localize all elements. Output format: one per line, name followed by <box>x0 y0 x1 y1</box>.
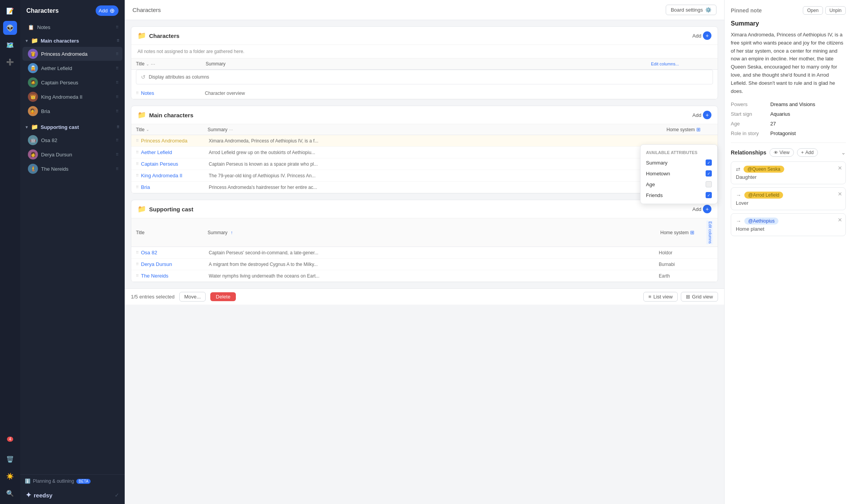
row-title-bria[interactable]: Bria <box>141 184 209 190</box>
open-button[interactable]: Open <box>803 6 823 15</box>
sidebar-title: Characters <box>26 7 59 14</box>
unpin-button[interactable]: Unpin <box>825 6 846 15</box>
list-view-button[interactable]: ≡ List view <box>643 292 677 302</box>
sidebar-item-aether-lefield[interactable]: 🧝 Aether Lefield ⠿ <box>22 61 122 75</box>
row-title-ka[interactable]: King Andromeda II <box>141 173 209 178</box>
row-title-al[interactable]: Aether Lefield <box>141 149 209 155</box>
move-button[interactable]: Move... <box>179 292 206 302</box>
sidebar-item-derya[interactable]: 👩 Derya Dursun ⠿ <box>22 147 122 161</box>
close-arrod-button[interactable]: ✕ <box>838 191 842 197</box>
dropdown-item-age[interactable]: Age <box>641 179 717 190</box>
row-title-pa[interactable]: Princess Andromeda <box>141 138 209 144</box>
row-title-derya[interactable]: Derya Dursun <box>141 261 209 267</box>
gear-icon: ⚙️ <box>705 7 711 13</box>
grid-icon[interactable]: ⊞ <box>696 127 701 132</box>
supporting-cast-add-button[interactable]: Add + <box>692 205 711 213</box>
sidebar-bottom: ℹ️ Planning & outlining BETA <box>20 474 125 488</box>
relationships-header: Relationships 👁 View + Add ⌄ <box>731 148 846 157</box>
board-settings-button[interactable]: Board settings ⚙️ <box>666 5 716 15</box>
panel-buttons: Open Unpin <box>803 6 846 15</box>
more-icon[interactable]: ··· <box>151 61 162 67</box>
grid-icon-bottom: ⊞ <box>686 294 690 300</box>
row-title-cp[interactable]: Captain Perseus <box>141 161 209 167</box>
display-attr-btn[interactable]: ↺ Display attributes as columns <box>136 72 713 82</box>
sidebar-add-button[interactable]: Add ⊕ <box>96 5 119 16</box>
row-home-derya: Burnabi <box>659 262 713 267</box>
row-handle-cp[interactable]: ⠿ <box>136 162 139 166</box>
row-summary-notes: Character overview <box>205 91 713 96</box>
chevron-down-icon: ▼ <box>25 39 29 43</box>
rel-tag-seska[interactable]: @Queen Seska <box>744 166 784 173</box>
row-title-nereids[interactable]: The Nereids <box>141 273 209 279</box>
notes-icon[interactable]: 📝 <box>3 4 17 18</box>
characters-icon[interactable]: 👽 <box>3 21 17 35</box>
main-characters-add-button[interactable]: Add + <box>692 111 711 119</box>
rel-card-arrod-lefield: → @Arrod Lefield ✕ Lover <box>731 187 846 210</box>
row-drag-handle[interactable]: ⠿ <box>136 91 139 95</box>
table-row-princess-andromeda: ⠿ Princess Andromeda Ximara Andromeda, P… <box>131 135 718 147</box>
sort-asc-icon[interactable]: ↑ <box>230 230 233 235</box>
sidebar-item-nereids[interactable]: 🧜 The Nereids ⠿ <box>22 162 122 176</box>
main-characters-folder[interactable]: ▼ 📁 Main characters ⠿ <box>22 35 123 46</box>
row-handle-ka[interactable]: ⠿ <box>136 173 139 178</box>
delete-button[interactable]: Delete <box>210 292 236 301</box>
planning-label: ℹ️ Planning & outlining BETA <box>25 478 91 484</box>
row-title-osa[interactable]: Osa 82 <box>141 250 209 255</box>
checkbox-friends[interactable]: ✓ <box>706 192 712 198</box>
icon-bar: 📝 👽 🗺️ ➕ 4 🗑️ ☀️ 🔍 <box>0 0 20 504</box>
add-icon[interactable]: ➕ <box>3 55 17 69</box>
dropdown-item-summary[interactable]: Summary ✓ <box>641 157 717 168</box>
badge-icon[interactable]: 4 <box>3 432 17 446</box>
edit-columns-strip[interactable]: Edit columns <box>707 221 713 244</box>
checkbox-hometown[interactable]: ✓ <box>706 170 712 177</box>
sort-down-icon[interactable]: ⌄ <box>146 127 149 132</box>
row-handle-derya[interactable]: ⠿ <box>136 262 139 266</box>
close-seska-button[interactable]: ✕ <box>838 165 842 171</box>
edit-columns-btn[interactable]: Edit columns... <box>651 62 679 66</box>
view-relationships-button[interactable]: 👁 View <box>770 148 794 157</box>
panel-attributes: Powers Dreams and Visions Start sign Aqu… <box>731 101 846 136</box>
folder-icon: 📁 <box>31 37 38 44</box>
row-handle-al[interactable]: ⠿ <box>136 150 139 154</box>
checkbox-summary[interactable]: ✓ <box>706 159 712 166</box>
supporting-cast-folder[interactable]: ▼ 📁 Supporting cast ⠿ <box>22 122 123 132</box>
edit-columns-dropdown: ↺ Display attributes as columns <box>136 70 713 84</box>
avatar-nereids: 🧜 <box>28 164 38 174</box>
row-handle-pa[interactable]: ⠿ <box>136 139 139 143</box>
main-characters-items: 👸 Princess Andromeda ⠿ 🧝 Aether Lefield … <box>20 46 125 118</box>
sidebar-item-captain-perseus[interactable]: 🧔 Captain Perseus ⠿ <box>22 75 122 89</box>
add-relationship-button[interactable]: + Add <box>797 148 818 157</box>
expand-relationships-button[interactable]: ⌄ <box>841 149 846 156</box>
more-cols-icon[interactable]: ··· <box>229 127 233 132</box>
main-characters-card-header: 📁 Main characters Add + <box>131 106 718 124</box>
dropdown-item-friends[interactable]: Friends ✓ <box>641 190 717 201</box>
grid-icon-cast[interactable]: ⊞ <box>690 230 694 235</box>
row-handle-nereids[interactable]: ⠿ <box>136 274 139 278</box>
folder-icon-cast: 📁 <box>137 205 146 213</box>
sidebar-item-bria[interactable]: 💇 Bria ⠿ <box>22 104 122 118</box>
row-handle-osa[interactable]: ⠿ <box>136 250 139 255</box>
characters-add-button[interactable]: Add + <box>692 31 711 40</box>
sidebar-item-princess-andromeda[interactable]: 👸 Princess Andromeda ⠿ <box>22 47 122 61</box>
dropdown-item-hometown[interactable]: Hometown ✓ <box>641 168 717 179</box>
beta-badge: BETA <box>76 479 91 484</box>
checkbox-age[interactable] <box>706 181 712 187</box>
sun-icon[interactable]: ☀️ <box>3 469 17 483</box>
close-aethiopius-button[interactable]: ✕ <box>838 217 842 223</box>
rel-tag-arrod[interactable]: @Arrod Lefield <box>744 192 783 199</box>
grid-view-button[interactable]: ⊞ Grid view <box>681 292 718 302</box>
sort-icon[interactable]: ⌄ <box>146 62 149 66</box>
rel-tag-aethiopius[interactable]: @Aethiopius <box>744 218 778 225</box>
search-icon[interactable]: 🔍 <box>3 486 17 500</box>
sidebar-item-osa82[interactable]: 🤖 Osa 82 ⠿ <box>22 133 122 147</box>
trash-icon[interactable]: 🗑️ <box>3 452 17 466</box>
table-row-derya: ⠿ Derya Dursun A migrant from the destro… <box>131 259 718 270</box>
row-handle-bria[interactable]: ⠿ <box>136 185 139 189</box>
row-summary-cp: Captain Perseus is known as a space pira… <box>209 161 713 167</box>
row-summary-pa: Ximara Andromeda, Princess of Aethiopius… <box>209 138 713 144</box>
avatar-princess-andromeda: 👸 <box>28 49 38 59</box>
sidebar-item-king-andromeda[interactable]: 👑 King Andromeda II ⠿ <box>22 90 122 104</box>
map-icon[interactable]: 🗺️ <box>3 38 17 52</box>
sidebar-item-notes[interactable]: 📋 Notes ⠿ <box>22 22 122 32</box>
row-title-notes[interactable]: Notes <box>141 90 205 96</box>
